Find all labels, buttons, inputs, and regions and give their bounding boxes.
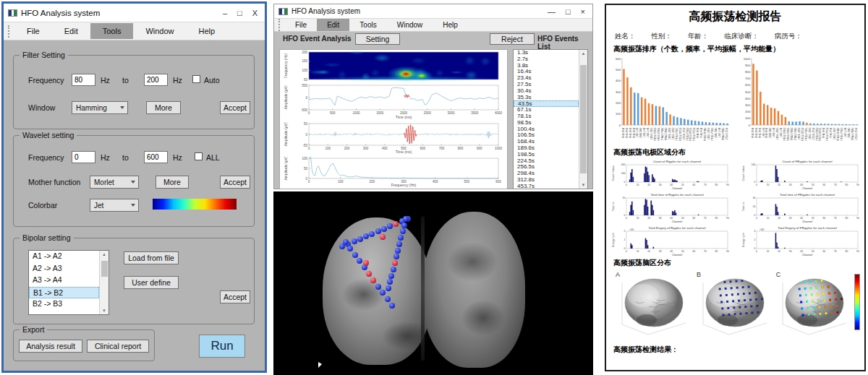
svg-text:2: 2 [754,238,756,241]
bipolar-channel-item[interactable]: B2 -> B3 [29,298,99,311]
event-item[interactable]: 35.3s [514,95,579,101]
svg-text:Channel: Channel [802,254,812,257]
maximize-button[interactable]: □ [566,7,571,16]
svg-text:Count of Ripples for each chan: Count of Ripples for each channel [653,160,701,163]
reject-button[interactable]: Reject [490,33,535,45]
bipolar-accept-button[interactable]: Accept [220,290,250,303]
wavelet-freq-from-input[interactable] [72,151,95,163]
svg-text:1: 1 [624,238,626,241]
svg-text:1000: 1000 [744,57,751,61]
svg-text:LTA1-TA2: LTA1-TA2 [769,127,772,138]
electrode-contact-blue [401,223,407,228]
maximize-button[interactable]: □ [237,9,242,17]
svg-text:90: 90 [726,217,729,220]
wavelet-freq-to-input[interactable] [144,151,168,163]
colorbar-select[interactable]: Jet [90,199,139,212]
menubar: File Edit Tools Window Help [274,19,592,32]
filter-freq-from-input[interactable] [72,74,95,86]
svg-text:50: 50 [304,78,308,82]
svg-text:0: 0 [756,217,757,220]
menu-file[interactable]: File [285,19,317,31]
record-field-label: 病历号： [775,32,802,41]
close-button[interactable]: × [581,7,585,16]
svg-text:600: 600 [420,147,425,150]
svg-text:RTD2-RTD3: RTD2-RTD3 [801,127,804,141]
electrode-contact-blue [352,252,358,258]
event-analysis-label: HFO Event Analysis [283,35,352,43]
all-checkbox[interactable] [195,152,203,160]
svg-text:0: 0 [305,96,307,100]
svg-text:×10⁷: ×10⁷ [629,228,635,231]
menu-tools[interactable]: Tools [349,19,386,31]
clinical-report-button[interactable]: Clinical report [87,340,149,353]
setting-button[interactable]: Setting [355,33,400,45]
menu-file[interactable]: File [14,23,52,39]
analysis-toolbar: HFO Event Analysis Setting Reject HFO Ev… [274,32,592,48]
svg-text:30: 30 [789,217,792,220]
close-button[interactable]: X [252,9,258,17]
svg-text:Count / times: Count / times [742,165,745,181]
mother-function-select[interactable]: Morlet [90,176,139,189]
svg-text:Time (ms): Time (ms) [396,150,412,154]
scroll-up-icon[interactable]: ▲ [582,50,586,57]
scroll-up-icon[interactable]: ▲ [102,251,106,258]
minimize-button[interactable]: — [548,7,556,16]
titlebar[interactable]: HFO Analysis system – □ X [4,4,265,22]
bipolar-channel-item[interactable]: A1 -> A2 [29,251,99,263]
svg-text:Amplitude (μV): Amplitude (μV) [284,122,288,147]
clinical-report-page: 高频振荡检测报告 姓名： 性别： 年龄： 临床诊断： 病历号： 高频振荡排序（个… [605,4,866,371]
bipolar-scrollbar[interactable]: ▲ ▼ [99,251,109,314]
scroll-thumb[interactable] [580,65,587,173]
filter-accept-button[interactable]: Accept [220,101,250,114]
bipolar-setting-group: Bipolar setting A1 -> A2A2 -> A3A3 -> A4… [13,238,255,324]
scroll-thumb[interactable] [101,261,108,277]
bipolar-channel-item[interactable]: A2 -> A3 [29,263,99,275]
hfo-events-listbox[interactable]: 1.3s2.7s3.8s16.4s23.4s27.5s30.4s35.3s43.… [513,49,588,189]
menu-edit[interactable]: Edit [317,19,349,31]
electrode-contact-blue [385,296,391,302]
svg-text:PTD2-PTD3: PTD2-PTD3 [693,127,696,141]
scroll-down-icon[interactable]: ▼ [582,181,586,189]
run-button[interactable]: Run [199,335,245,358]
bipolar-channel-item[interactable]: A3 -> A4 [29,275,99,287]
window-function-select[interactable]: Hamming [72,101,128,114]
user-define-button[interactable]: User define [124,276,179,289]
bipolar-listbox[interactable]: A1 -> A2A2 -> A3A3 -> A4B1 -> B2B2 -> B3… [28,250,109,315]
svg-text:50: 50 [304,167,308,171]
load-from-file-button[interactable]: Load from file [124,251,179,264]
minimize-button[interactable]: – [223,9,227,17]
svg-text:100: 100 [616,112,621,116]
svg-text:0: 0 [305,133,307,137]
svg-text:400: 400 [382,147,388,150]
menu-help[interactable]: Help [187,23,228,39]
export-group: Export Analysis result Clinical report [13,329,155,361]
titlebar[interactable]: HFO Analysis system — □ × [274,4,592,19]
analysis-result-button[interactable]: Analysis result [19,340,82,353]
filter-more-button[interactable]: More [146,101,181,114]
menu-window[interactable]: Window [133,23,186,39]
svg-text:RTA2-RTA3: RTA2-RTA3 [665,127,668,140]
svg-text:400: 400 [616,79,621,82]
svg-text:500: 500 [752,163,756,166]
menu-window[interactable]: Window [387,19,433,31]
wavelet-more-button[interactable]: More [156,176,189,189]
scroll-down-icon[interactable]: ▼ [102,307,106,314]
svg-text:LH7-LH8: LH7-LH8 [844,127,847,137]
events-scrollbar[interactable]: ▲ ▼ [579,50,587,189]
svg-text:RH5-RH6: RH5-RH6 [629,127,632,138]
svg-text:70: 70 [704,217,707,220]
filter-freq-to-input[interactable] [144,74,168,86]
bipolar-channel-item[interactable]: B1 -> B2 [29,287,99,299]
hfo-analysis-window: HFO Analysis system — □ × File Edit Tool… [273,4,593,189]
menu-edit[interactable]: Edit [52,23,90,39]
brain-3d-view[interactable] [273,191,593,375]
svg-text:PH1-PH2: PH1-PH2 [830,127,833,137]
event-item[interactable]: 453.7s [514,184,579,189]
wavelet-accept-button[interactable]: Accept [220,176,250,189]
auto-checkbox[interactable] [192,75,200,83]
svg-text:30: 30 [789,184,792,186]
menu-tools[interactable]: Tools [90,23,134,39]
svg-text:200: 200 [302,51,307,54]
menu-help[interactable]: Help [433,19,468,31]
svg-text:40: 40 [800,184,803,186]
